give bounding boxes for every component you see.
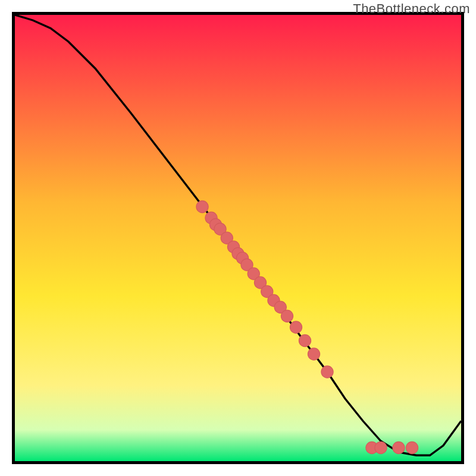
- data-point: [196, 201, 208, 212]
- data-point: [281, 310, 293, 322]
- data-point: [375, 441, 387, 453]
- data-point: [290, 321, 302, 333]
- data-point: [321, 366, 333, 378]
- watermark-text: TheBottleneck.com: [353, 1, 470, 17]
- chart-frame: TheBottleneck.com: [0, 0, 476, 476]
- bottleneck-curve: [15, 15, 461, 455]
- data-points-group: [196, 201, 418, 453]
- plot-svg: [15, 15, 461, 461]
- plot-area: [12, 12, 464, 464]
- data-point: [308, 348, 320, 360]
- data-point: [299, 334, 311, 346]
- data-point: [406, 441, 418, 453]
- data-point: [393, 441, 405, 453]
